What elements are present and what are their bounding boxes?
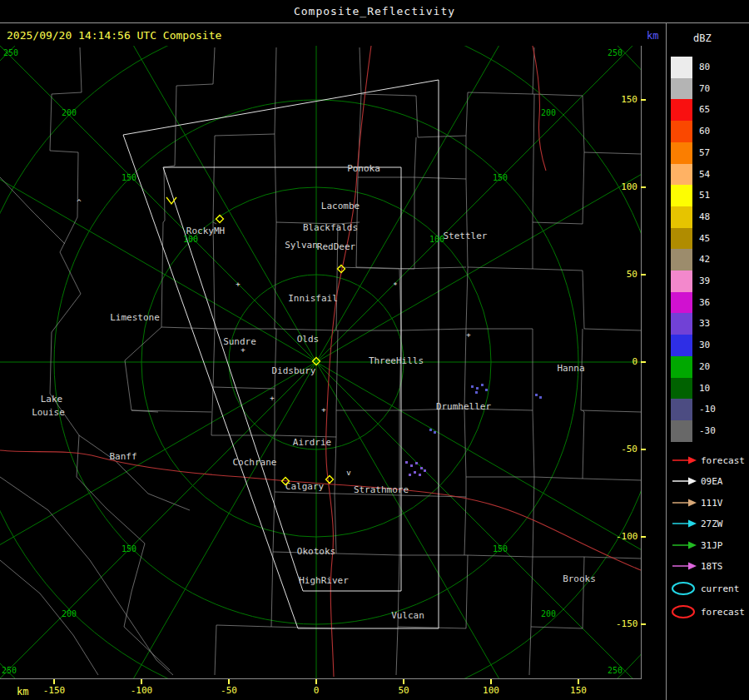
colorbar-value-54: 54 [699,169,710,180]
right-axis-tick [641,99,646,101]
colorbar-unit-label: dBZ [693,32,712,44]
right-axis: 150100500-50-100-150 [618,46,639,678]
place-label-blackfalds: Blackfalds [303,222,358,233]
radar-map-canvas: 2502001501002502001501001502002501502002… [0,46,642,679]
legend-label: 27ZW [701,519,723,529]
precip-echo [535,394,538,396]
place-label-brooks: Brooks [563,573,596,584]
colorbar-value-80: 80 [699,62,710,72]
right-axis-ticks [641,46,647,678]
31JP-arrow-icon [671,537,697,554]
place-label-reddeer: RedDeer [317,241,356,252]
point-marker: + [270,394,275,402]
timestamp-label: 2025/09/20 14:14:56 UTC Composite [7,29,221,42]
legend-label: current [701,583,739,594]
colorbar-swatch-33 [671,313,692,335]
colorbar-value-57: 57 [699,147,710,158]
right-axis-label: -150 [616,618,637,629]
right-axis-label: 50 [616,269,637,280]
colorbar-swatch-36 [671,292,692,314]
bottom-axis-tick [578,679,579,684]
place-label-banff: Banff [109,451,136,462]
colorbar-value-10: 10 [699,383,710,394]
place-label-louise: Louise [32,407,65,418]
colorbar-swatch-42 [671,249,692,271]
range-ring-label: 250 [3,48,18,57]
precip-echo [539,396,542,399]
place-label-calgary: Calgary [285,481,325,492]
bottom-axis-label: 50 [387,685,420,696]
colorbar-swatch-57 [671,142,692,164]
legend-item-current: current [671,580,749,600]
bottom-axis-tick [53,679,55,684]
place-label-lacombe: Lacombe [321,201,360,211]
right-axis-tick [641,536,646,538]
range-ring-label: 250 [2,666,17,675]
colorbar-swatch-30 [671,335,692,356]
colorbar-swatch-48 [671,206,692,228]
colorbar-value--30: -30 [699,425,716,436]
bottom-axis-label: 0 [300,685,333,696]
place-label-olds: Olds [297,334,320,345]
precip-echo [485,389,488,391]
range-ring-label: 150 [122,544,136,554]
place-label-didsbury: Didsbury [272,365,316,376]
bottom-axis-tick [490,679,492,684]
colorbar-swatch--30 [671,420,692,442]
colorbar-swatch-51 [671,185,692,206]
place-label-stettler: Stettler [444,231,488,241]
colorbar-value-48: 48 [699,211,710,222]
legend-item-27ZW: 27ZW [671,515,749,535]
precip-echo [420,467,423,469]
range-ring-label: 150 [122,173,136,182]
place-label-lake: Lake [41,394,63,405]
current-ellipse-icon [671,580,697,597]
bottom-axis-label: -150 [37,685,71,696]
place-label-hanna: Hanna [557,363,584,374]
precip-echo [414,471,416,474]
title-bar: Composite_Reflectivity [0,0,749,23]
precip-echo [476,387,479,390]
point-marker: + [321,405,326,414]
right-axis-tick [641,449,646,450]
colorbar-swatch-70 [671,78,692,100]
legend-label: 18TS [701,561,723,572]
colorbar-swatch-20 [671,356,692,378]
colorbar-value-70: 70 [699,83,710,94]
map-unit-label: km [647,30,658,42]
bottom-axis-tick [141,679,142,684]
point-marker: * [393,281,397,290]
colorbar-value-36: 36 [699,297,710,308]
colorbar-value-65: 65 [699,104,710,115]
range-ring-label: 200 [541,609,556,618]
place-label-limestone: Limestone [110,312,160,323]
range-ring-label: 200 [62,108,77,117]
bottom-axis-label: 150 [562,685,595,696]
legend-item-111V: 111V [671,494,749,514]
point-marker: + [236,280,241,288]
colorbar-value-30: 30 [699,340,710,350]
point-marker: ^ [77,198,82,206]
18TS-arrow-icon [671,558,697,574]
page-title: Composite_Reflectivity [294,5,455,17]
right-axis-tick [641,623,646,625]
bottom-axis-label: -100 [125,685,158,696]
precip-echo [405,461,408,464]
colorbar-value-42: 42 [699,254,710,265]
colorbar-value-33: 33 [699,318,710,329]
precip-echo [415,462,418,464]
right-axis-label: -50 [616,444,637,454]
legend-label: 111V [701,498,723,509]
point-marker: v [346,469,350,477]
colorbar-value-51: 51 [699,190,710,201]
legend-item-18TS: 18TS [671,558,749,578]
right-axis-tick [641,274,646,276]
place-label-airdrie: Airdrie [293,437,331,448]
place-label-strathmore: Strathmore [354,484,409,495]
right-axis-tick [641,361,646,363]
range-ring-label: 100 [429,235,444,244]
place-label-cochrane: Cochrane [233,457,277,468]
right-axis-label: 100 [616,181,637,192]
precip-echo [429,429,432,431]
place-label-vulcan: Vulcan [391,610,424,621]
